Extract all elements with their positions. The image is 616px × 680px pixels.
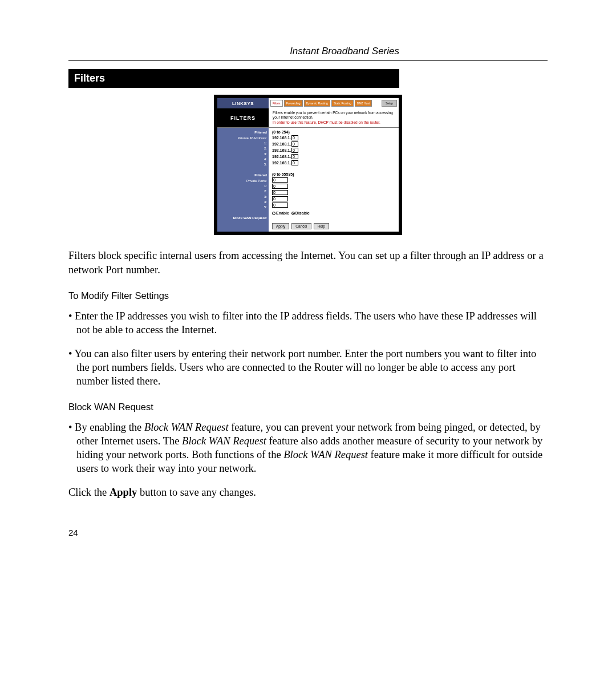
ip-input-4[interactable]: 0 [291,154,298,159]
ip-input-1[interactable]: 0 [291,135,298,140]
form-labels-column: Filtered Private IP Address: 1: 2: 3: 4:… [217,128,269,232]
ip-filter-subheader: Private IP Address: [218,136,267,141]
ip-prefix: 192.168.1. [272,142,291,146]
wan-enable-label: Enable [276,211,289,215]
heading-modify-filter-settings: To Modify Filter Settings [68,290,548,301]
port-input-2[interactable]: 0 [272,184,288,189]
port-filter-subheader: Private Ports: [218,179,267,184]
tab-forwarding[interactable]: Forwarding [284,100,303,107]
wan-enable-radio[interactable] [272,212,275,215]
bullet-port-filter: You can also filter users by entering th… [68,347,548,388]
port-input-3[interactable]: 0 [272,190,288,195]
port-range-hint: (0 to 65535) [272,172,395,176]
row-label-5: 5: [218,162,267,167]
ip-prefix: 192.168.1. [272,161,291,165]
port-input-1[interactable]: 0 [272,177,288,183]
port-filter-header: Filtered [218,173,267,178]
port-input-4[interactable]: 0 [272,196,288,201]
panel-description: Filters enable you to prevent certain PC… [269,108,399,127]
help-button[interactable]: Help [314,223,329,229]
panel-title: FILTERS [217,108,269,127]
bullet-block-wan: By enabling the Block WAN Request featur… [68,420,548,475]
row-label-3: 3: [218,152,267,157]
tab-bar: Filters Forwarding Dynamic Routing Stati… [269,98,399,108]
tab-setup[interactable]: Setup [382,100,397,107]
tab-static-routing[interactable]: Static Routing [331,100,354,107]
form-inputs-column: (0 to 254) 192.168.1.0 192.168.1.0 192.1… [269,128,399,232]
apply-button[interactable]: Apply [272,223,289,229]
wan-disable-radio[interactable] [291,212,295,215]
running-header: Instant Broadband Series [68,46,548,57]
ip-prefix: 192.168.1. [272,136,291,140]
cancel-button[interactable]: Cancel [291,223,311,229]
port-row-label-2: 2: [218,189,267,194]
ip-filter-header: Filtered [218,130,267,135]
row-label-2: 2: [218,146,267,151]
port-row-label-4: 4: [218,200,267,205]
row-label-4: 4: [218,157,267,162]
port-row-label-3: 3: [218,195,267,200]
ip-range-hint: (0 to 254) [272,130,395,134]
ip-input-3[interactable]: 0 [291,148,298,153]
intro-paragraph: Filters block specific internal users fr… [68,249,548,276]
header-rule [68,60,548,61]
router-screenshot: LINKSYS Filters Forwarding Dynamic Routi… [214,95,402,235]
tab-dynamic-routing[interactable]: Dynamic Routing [304,100,330,107]
ip-input-2[interactable]: 0 [291,141,298,147]
bullet-ip-filter: Enter the IP addresses you wish to filte… [68,309,548,337]
block-wan-label: Block WAN Request: [218,216,267,221]
page-number: 24 [68,528,548,537]
ip-prefix: 192.168.1. [272,148,291,152]
tab-dmz-host[interactable]: DMZ Host [355,100,372,107]
desc-text: Filters enable you to prevent certain PC… [273,111,393,119]
port-row-label-5: 5: [218,205,267,210]
row-label-1: 1: [218,141,267,146]
port-row-label-1: 1: [218,184,267,189]
closing-paragraph: Click the Apply button to save any chang… [68,485,548,499]
ip-input-5[interactable]: 0 [291,160,298,165]
section-title-bar: Filters [68,69,399,88]
port-input-5[interactable]: 0 [272,203,288,208]
desc-warning: In order to use this feature, DHCP must … [273,120,380,124]
wan-disable-label: Disable [295,211,310,215]
block-wan-controls: Enable Disable [272,209,395,215]
ip-prefix: 192.168.1. [272,155,291,159]
brand-logo: LINKSYS [217,98,269,108]
tab-filters[interactable]: Filters [270,100,283,107]
heading-block-wan-request: Block WAN Request [68,402,548,412]
